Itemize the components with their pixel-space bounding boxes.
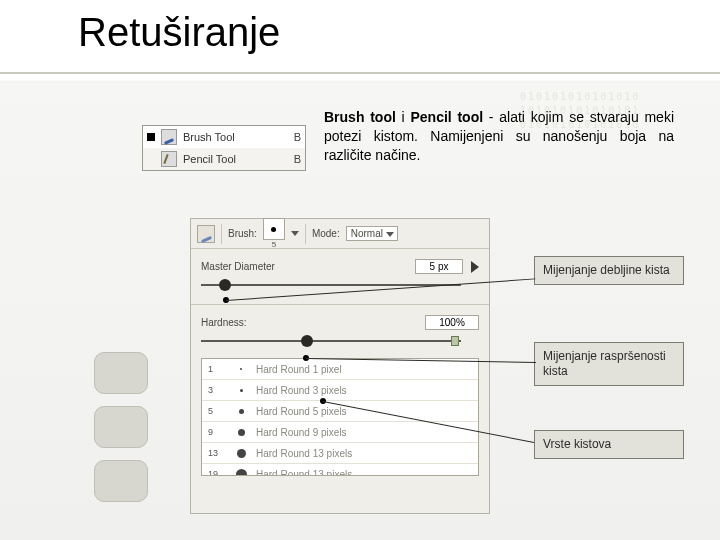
play-icon[interactable] xyxy=(471,261,479,273)
brush-icon xyxy=(161,129,177,145)
preset-label: Hard Round 3 pixels xyxy=(256,385,347,396)
hardness-value[interactable]: 100% xyxy=(425,315,479,330)
preset-size: 9 xyxy=(208,427,226,437)
preset-size: 3 xyxy=(208,385,226,395)
preset-label: Hard Round 1 pixel xyxy=(256,364,342,375)
chevron-down-icon xyxy=(386,232,394,237)
mode-label: Mode: xyxy=(312,228,340,239)
master-diameter-value[interactable]: 5 px xyxy=(415,259,463,274)
preset-label: Hard Round 5 pixels xyxy=(256,406,347,417)
brush-swatch[interactable] xyxy=(263,218,285,240)
flyout-shortcut: B xyxy=(294,131,301,143)
preset-dot-icon xyxy=(234,383,248,397)
flyout-label: Pencil Tool xyxy=(183,153,288,165)
preset-dot-icon xyxy=(234,362,248,376)
callout-hardness: Mijenjanje raspršenosti kista xyxy=(534,342,684,386)
brush-preset-list[interactable]: 1 Hard Round 1 pixel 3 Hard Round 3 pixe… xyxy=(201,358,479,476)
flyout-label: Brush Tool xyxy=(183,131,288,143)
hardness-slider[interactable] xyxy=(201,340,461,342)
brush-label: Brush: xyxy=(228,228,257,239)
list-item[interactable]: 9 Hard Round 9 pixels xyxy=(202,422,478,443)
list-item[interactable]: 19 Hard Round 13 pixels xyxy=(202,464,478,476)
decoration-box xyxy=(94,460,148,502)
panel-options-bar: Brush: 5 Mode: Normal xyxy=(191,219,489,249)
panel-body: Master Diameter 5 px Hardness: 100% xyxy=(191,249,489,513)
slider-knob-icon[interactable] xyxy=(219,279,231,291)
flyout-item-brush[interactable]: Brush Tool B xyxy=(143,126,305,148)
divider xyxy=(191,304,489,305)
preset-dot-icon xyxy=(234,425,248,439)
title-underline xyxy=(0,72,720,74)
preset-size: 5 xyxy=(208,406,226,416)
preset-label: Hard Round 13 pixels xyxy=(256,469,352,477)
brush-options-panel: Brush: 5 Mode: Normal Master Diameter 5 … xyxy=(190,218,490,514)
decoration-box xyxy=(94,406,148,448)
brush-tool-icon xyxy=(197,225,215,243)
hardness-label: Hardness: xyxy=(201,317,247,328)
mode-value: Normal xyxy=(351,228,383,239)
desc-bold-brush: Brush tool xyxy=(324,109,396,125)
desc-bold-pencil: Pencil tool xyxy=(410,109,483,125)
list-item[interactable]: 3 Hard Round 3 pixels xyxy=(202,380,478,401)
slider-knob-icon[interactable] xyxy=(301,335,313,347)
slider-end-icon xyxy=(451,336,459,346)
master-diameter-row: Master Diameter 5 px xyxy=(201,259,479,274)
brush-swatch-size: 5 xyxy=(272,240,276,249)
list-item[interactable]: 1 Hard Round 1 pixel xyxy=(202,359,478,380)
preset-dot-icon xyxy=(234,404,248,418)
mode-dropdown[interactable]: Normal xyxy=(346,226,398,241)
decoration-box xyxy=(94,352,148,394)
tool-flyout: Brush Tool B Pencil Tool B xyxy=(142,125,306,171)
preset-label: Hard Round 9 pixels xyxy=(256,427,347,438)
separator xyxy=(305,224,306,244)
brush-swatch-wrap[interactable]: 5 xyxy=(263,218,285,249)
desc-mid: i xyxy=(396,109,411,125)
slide-title: Retuširanje xyxy=(78,10,280,55)
callout-diameter: Mijenjanje debljine kista xyxy=(534,256,684,285)
description-paragraph: Brush tool i Pencil tool - alati kojim s… xyxy=(324,108,674,165)
preset-size: 1 xyxy=(208,364,226,374)
preset-size: 19 xyxy=(208,469,226,476)
active-marker-icon xyxy=(147,133,155,141)
preset-label: Hard Round 13 pixels xyxy=(256,448,352,459)
slide: 010101010101010 101010101010101 01010101… xyxy=(0,0,720,540)
flyout-shortcut: B xyxy=(294,153,301,165)
pencil-icon xyxy=(161,151,177,167)
preset-dot-icon xyxy=(234,467,248,476)
list-item[interactable]: 13 Hard Round 13 pixels xyxy=(202,443,478,464)
master-diameter-label: Master Diameter xyxy=(201,261,275,272)
chevron-down-icon[interactable] xyxy=(291,231,299,236)
hardness-row: Hardness: 100% xyxy=(201,315,479,330)
preset-size: 13 xyxy=(208,448,226,458)
callout-presets: Vrste kistova xyxy=(534,430,684,459)
dot-icon xyxy=(271,227,276,232)
separator xyxy=(221,224,222,244)
preset-dot-icon xyxy=(234,446,248,460)
flyout-item-pencil[interactable]: Pencil Tool B xyxy=(143,148,305,170)
